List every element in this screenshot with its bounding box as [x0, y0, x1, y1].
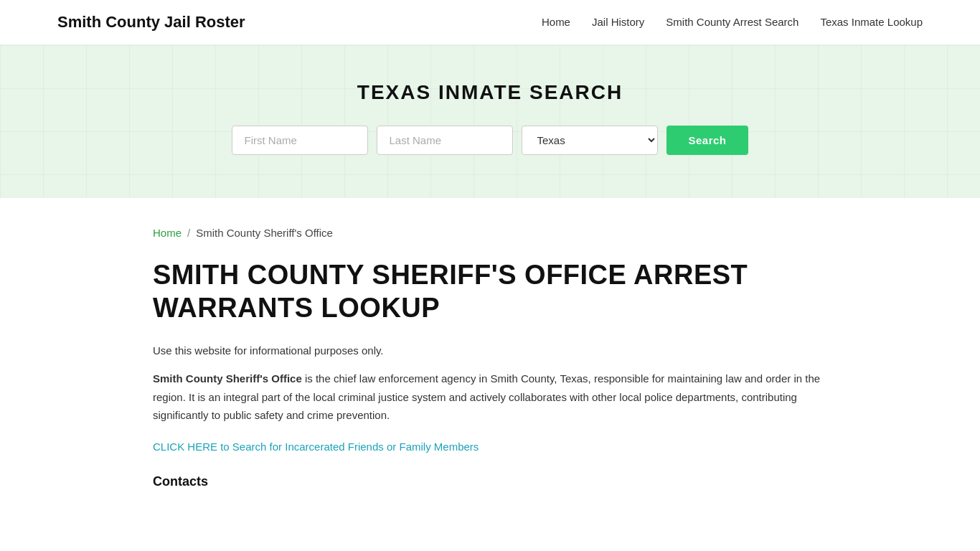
description-bold: Smith County Sheriff's Office — [153, 372, 302, 385]
main-content: Home / Smith County Sheriff's Office SMI… — [95, 198, 885, 532]
contacts-heading: Contacts — [153, 474, 827, 489]
nav-link-arrest-search[interactable]: Smith County Arrest Search — [666, 16, 798, 28]
breadcrumb-home-link[interactable]: Home — [153, 227, 182, 239]
state-select[interactable]: Texas Alabama Alaska Arizona Arkansas Ca… — [522, 126, 658, 155]
nav-link-inmate-lookup[interactable]: Texas Inmate Lookup — [820, 16, 923, 28]
nav-item-inmate-lookup: Texas Inmate Lookup — [820, 16, 923, 29]
search-button[interactable]: Search — [666, 126, 748, 155]
last-name-input[interactable] — [377, 126, 513, 155]
nav-link-home[interactable]: Home — [542, 16, 570, 28]
disclaimer-text: Use this website for informational purpo… — [153, 344, 827, 357]
nav-list: Home Jail History Smith County Arrest Se… — [542, 16, 923, 29]
nav-link-jail-history[interactable]: Jail History — [592, 16, 644, 28]
breadcrumb-separator: / — [187, 227, 190, 239]
nav-item-jail-history: Jail History — [592, 16, 644, 29]
nav-item-home: Home — [542, 16, 570, 29]
inmate-search-form: Texas Alabama Alaska Arizona Arkansas Ca… — [14, 126, 966, 155]
page-heading: SMITH COUNTY SHERIFF'S OFFICE ARREST WAR… — [153, 259, 827, 324]
hero-title: TEXAS INMATE SEARCH — [14, 81, 966, 104]
first-name-input[interactable] — [232, 126, 368, 155]
cta-search-link[interactable]: CLICK HERE to Search for Incarcerated Fr… — [153, 441, 827, 453]
description-paragraph: Smith County Sheriff's Office is the chi… — [153, 369, 827, 425]
site-logo[interactable]: Smith County Jail Roster — [57, 13, 245, 32]
breadcrumb-current: Smith County Sheriff's Office — [196, 227, 333, 239]
breadcrumb: Home / Smith County Sheriff's Office — [153, 227, 827, 239]
hero-banner: TEXAS INMATE SEARCH Texas Alabama Alaska… — [0, 45, 980, 198]
nav-item-arrest-search: Smith County Arrest Search — [666, 16, 798, 29]
site-header: Smith County Jail Roster Home Jail Histo… — [0, 0, 980, 45]
main-nav: Home Jail History Smith County Arrest Se… — [542, 16, 923, 29]
